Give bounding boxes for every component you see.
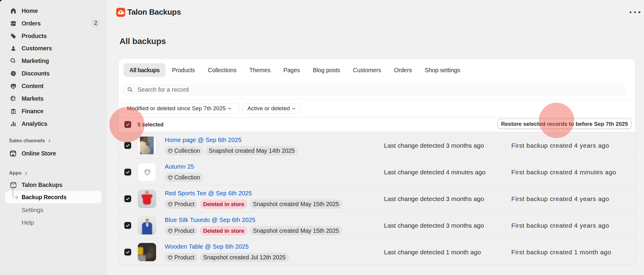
svg-text:$: $ <box>14 98 15 101</box>
